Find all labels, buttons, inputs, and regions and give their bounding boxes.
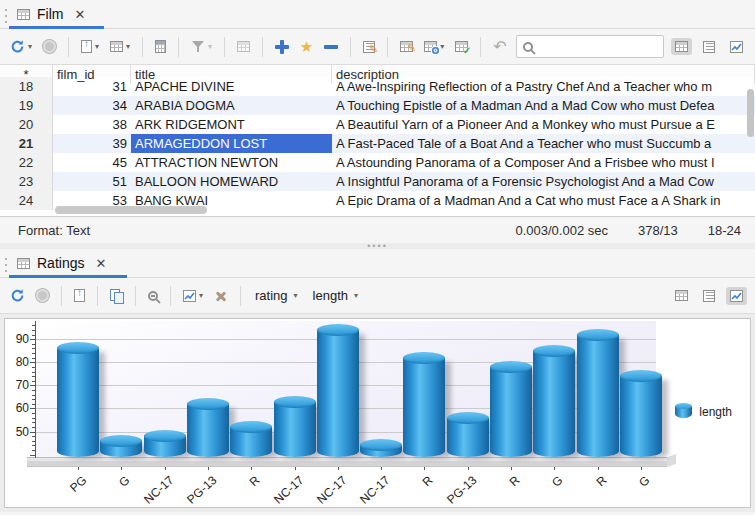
table-row-selected[interactable]: 21 39 ARMAGEDDON LOST A Fast-Paced Tale … [0, 134, 755, 153]
chevron-down-icon: ▾ [354, 291, 358, 300]
zoom-out-button[interactable] [146, 289, 160, 303]
cell-title[interactable]: ARABIA DOGMA [131, 98, 332, 113]
cell-description[interactable]: A Beautiful Yarn of a Pioneer And a Monk… [332, 117, 755, 132]
edit-value-button[interactable] [361, 39, 377, 55]
chart-type-button[interactable]: ▾ [181, 288, 205, 304]
view-grid-button[interactable] [671, 38, 692, 55]
cell-description[interactable]: A Fast-Paced Tale of a Boat And a Teache… [332, 136, 755, 151]
cell-title[interactable]: BALLOON HOMEWARD [131, 174, 332, 189]
table-row[interactable]: 20 38 ARK RIDGEMONT A Beautiful Yarn of … [0, 115, 755, 134]
toolbar-separator [350, 37, 351, 57]
bar-pg-13[interactable] [447, 418, 489, 457]
table-row[interactable]: 19 34 ARABIA DOGMA A Touching Epistle of… [0, 96, 755, 115]
cell-description[interactable]: A Awe-Inspiring Reflection of a Pastry C… [332, 79, 755, 94]
cell-description[interactable]: A Epic Drama of a Madman And a Cat who m… [332, 193, 755, 208]
close-icon[interactable]: ✕ [74, 7, 85, 22]
stop-button[interactable] [34, 287, 51, 304]
bar-nc-17[interactable] [317, 330, 359, 457]
row-number: 23 [0, 172, 53, 191]
table-row[interactable]: 23 51 BALLOON HOMEWARD A Insightful Pano… [0, 172, 755, 191]
bar-pg-13[interactable] [187, 404, 229, 457]
chevron-down-icon[interactable]: ▾ [95, 42, 99, 51]
y-tick-label: 50 [7, 425, 29, 439]
view-grid-button[interactable] [671, 287, 692, 304]
vertical-scrollbar[interactable] [747, 89, 754, 137]
close-icon[interactable]: ✕ [95, 256, 106, 271]
chart-type-icon [183, 290, 196, 302]
chevron-down-icon[interactable]: ▾ [440, 42, 444, 51]
delete-row-button[interactable] [322, 43, 340, 51]
x-tick [641, 467, 642, 470]
panel-drag-handle[interactable] [1, 254, 9, 272]
grid-edit-button[interactable] [398, 39, 415, 54]
bar-nc-17[interactable] [360, 445, 402, 457]
cell-film-id[interactable]: 31 [53, 79, 131, 94]
bar-g[interactable] [533, 351, 575, 457]
grid-confirm-button[interactable] [453, 39, 470, 54]
horizontal-scrollbar[interactable] [55, 206, 207, 214]
chevron-down-icon[interactable]: ▾ [199, 291, 203, 300]
bar-nc-17[interactable] [144, 436, 186, 457]
cell-description[interactable]: A Astounding Panorama of a Composer And … [332, 155, 755, 170]
search-icon [523, 42, 533, 52]
bar-r[interactable] [230, 427, 272, 457]
cell-title[interactable]: APACHE DIVINE [131, 79, 332, 94]
bar-g[interactable] [620, 376, 662, 457]
tab-ratings[interactable]: Ratings ✕ [9, 249, 118, 277]
add-row-button[interactable] [273, 38, 291, 56]
ratings-bar-chart[interactable]: 5060708090PGGNC-17PG-13RNC-17NC-17NC-17R… [4, 318, 751, 508]
panel-drag-handle[interactable] [1, 5, 9, 23]
cell-film-id[interactable]: 51 [53, 174, 131, 189]
refresh-button[interactable] [8, 286, 27, 305]
chevron-down-icon[interactable]: ▾ [126, 42, 130, 51]
cell-film-id[interactable]: 45 [53, 155, 131, 170]
cell-description[interactable]: A Touching Epistle of a Madman And a Mad… [332, 98, 755, 113]
cell-title[interactable]: ATTRACTION NEWTON [131, 155, 332, 170]
toolbar-separator [61, 286, 62, 306]
view-text-button[interactable] [699, 287, 719, 305]
active-tab-underline [9, 275, 127, 278]
copy-button[interactable] [108, 287, 125, 305]
search-box[interactable] [516, 35, 664, 58]
table-row[interactable]: 22 45 ATTRACTION NEWTON A Astounding Pan… [0, 153, 755, 172]
grid-options-button[interactable]: ▾ [108, 39, 132, 54]
x-tick-label: PG [26, 473, 89, 508]
refresh-button[interactable]: ▾ [8, 37, 34, 56]
cell-film-id[interactable]: 39 [53, 136, 131, 151]
y-tick-label: 90 [7, 332, 29, 346]
export-button[interactable]: ▾ [79, 38, 101, 55]
x-tick [511, 467, 512, 470]
bar-r[interactable] [403, 358, 445, 457]
cell-description[interactable]: A Insightful Panorama of a Forensic Psyc… [332, 174, 755, 189]
stop-button[interactable] [41, 38, 58, 55]
view-chart-button[interactable] [726, 38, 747, 56]
chart-view-icon [730, 290, 743, 302]
table-row[interactable]: 18 31 APACHE DIVINE A Awe-Inspiring Refl… [0, 77, 755, 96]
calculate-button[interactable] [153, 38, 168, 55]
duplicate-row-button[interactable] [298, 36, 315, 58]
row-number: 20 [0, 115, 53, 134]
configure-chart-button[interactable] [212, 287, 230, 305]
chevron-down-icon[interactable]: ▾ [28, 42, 32, 51]
bar-r[interactable] [577, 335, 619, 457]
view-text-button[interactable] [699, 38, 719, 56]
cell-film-id[interactable]: 38 [53, 117, 131, 132]
x-tick [208, 467, 209, 470]
chart-region: 5060708090PGGNC-17PG-13RNC-17NC-17NC-17R… [0, 314, 755, 512]
cell-title[interactable]: ARK RIDGEMONT [131, 117, 332, 132]
bar-r[interactable] [490, 367, 532, 457]
bar-g[interactable] [100, 441, 142, 457]
row-number: 18 [0, 77, 53, 96]
tab-film[interactable]: Film ✕ [9, 0, 97, 28]
search-input[interactable] [538, 40, 648, 54]
export-button[interactable] [72, 287, 87, 304]
grid-settings-button[interactable]: ▾ [422, 39, 446, 54]
x-axis-field-dropdown[interactable]: rating ▾ [251, 288, 302, 303]
y-axis-field-dropdown[interactable]: length ▾ [309, 288, 362, 303]
cell-title-selected[interactable]: ARMAGEDDON LOST [131, 134, 332, 153]
filter-button[interactable]: ▾ [189, 38, 214, 55]
cell-film-id[interactable]: 34 [53, 98, 131, 113]
bar-pg[interactable] [57, 348, 99, 457]
view-chart-button[interactable] [726, 287, 747, 305]
bar-nc-17[interactable] [274, 402, 316, 457]
